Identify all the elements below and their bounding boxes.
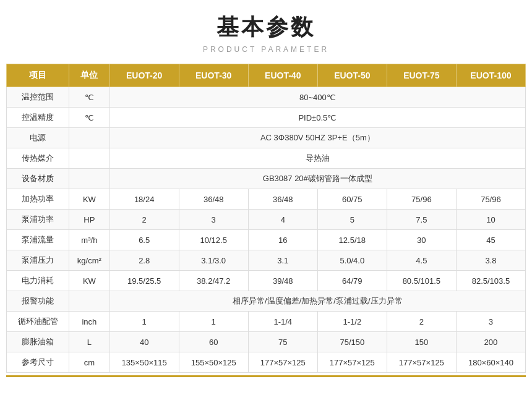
table-row: 膨胀油箱L40607575/150150200: [7, 332, 526, 352]
cell-unit: [69, 148, 110, 169]
cell-unit: inch: [69, 312, 110, 332]
cell-value: 45: [456, 230, 525, 250]
cell-value: 75: [248, 332, 317, 352]
cell-value: 2.8: [109, 250, 179, 271]
cell-span-value: 相序异常/温度偏差/加热异常/泵浦过载/压力异常: [109, 291, 525, 312]
col-header-model-EUOT-20: EUOT-20: [109, 64, 179, 87]
cell-unit: cm: [69, 352, 110, 373]
table-row: 报警功能相序异常/温度偏差/加热异常/泵浦过载/压力异常: [7, 291, 526, 312]
cell-item: 电力消耗: [7, 271, 69, 291]
cell-value: 1-1/2: [317, 312, 387, 332]
cell-value: 200: [456, 332, 525, 352]
cell-item: 温控范围: [7, 87, 69, 108]
cell-value: 3.8: [456, 250, 525, 271]
cell-value: 39/48: [248, 271, 317, 291]
cell-value: 60/75: [317, 189, 387, 210]
table-header-row: 项目单位EUOT-20EUOT-30EUOT-40EUOT-50EUOT-75E…: [7, 64, 526, 87]
cell-value: 10/12.5: [179, 230, 248, 250]
cell-value: 3.1/3.0: [179, 250, 248, 271]
cell-value: 38.2/47.2: [179, 271, 248, 291]
cell-value: 135×50×115: [109, 352, 179, 373]
cell-value: 1: [109, 312, 179, 332]
cell-span-value: 80~400℃: [109, 87, 525, 108]
table-row: 电源AC 3Φ380V 50HZ 3P+E（5m）: [7, 128, 526, 148]
cell-value: 3.1: [248, 250, 317, 271]
cell-value: 36/48: [248, 189, 317, 210]
cell-value: 16: [248, 230, 317, 250]
cell-value: 82.5/103.5: [456, 271, 525, 291]
cell-value: 60: [179, 332, 248, 352]
cell-unit: [69, 169, 110, 189]
table-row: 电力消耗KW19.5/25.538.2/47.239/4864/7980.5/1…: [7, 271, 526, 291]
title-section: 基本参数 PRODUCT PARAMETER: [203, 12, 329, 54]
cell-value: 7.5: [387, 210, 456, 230]
cell-value: 3: [179, 210, 248, 230]
cell-item: 循环油配管: [7, 312, 69, 332]
table-row: 参考尺寸cm135×50×115155×50×125177×57×125177×…: [7, 352, 526, 373]
col-header-model-EUOT-50: EUOT-50: [317, 64, 387, 87]
cell-span-value: PID±0.5℃: [109, 108, 525, 128]
col-header-unit: 单位: [69, 64, 110, 87]
cell-item: 设备材质: [7, 169, 69, 189]
cell-value: 177×57×125: [248, 352, 317, 373]
cell-value: 1-1/4: [248, 312, 317, 332]
cell-value: 10: [456, 210, 525, 230]
table-row: 控温精度℃PID±0.5℃: [7, 108, 526, 128]
col-header-item: 项目: [7, 64, 69, 87]
cell-value: 5.0/4.0: [317, 250, 387, 271]
cell-item: 泵浦压力: [7, 250, 69, 271]
cell-value: 75/150: [317, 332, 387, 352]
table-row: 设备材质GB3087 20#碳钢管路一体成型: [7, 169, 526, 189]
table-row: 加热功率KW18/2436/4836/4860/7575/9675/96: [7, 189, 526, 210]
table-row: 传热媒介导热油: [7, 148, 526, 169]
cell-item: 电源: [7, 128, 69, 148]
cell-value: 80.5/101.5: [387, 271, 456, 291]
cell-item: 泵浦流量: [7, 230, 69, 250]
cell-value: 177×57×125: [387, 352, 456, 373]
cell-value: 4: [248, 210, 317, 230]
cell-value: 75/96: [456, 189, 525, 210]
cell-value: 2: [387, 312, 456, 332]
cell-span-value: 导热油: [109, 148, 525, 169]
cell-value: 2: [109, 210, 179, 230]
cell-item: 报警功能: [7, 291, 69, 312]
cell-unit: [69, 291, 110, 312]
cell-unit: KW: [69, 271, 110, 291]
cell-item: 控温精度: [7, 108, 69, 128]
cell-value: 18/24: [109, 189, 179, 210]
col-header-model-EUOT-75: EUOT-75: [387, 64, 456, 87]
cell-unit: kg/cm²: [69, 250, 110, 271]
title-english: PRODUCT PARAMETER: [203, 45, 329, 54]
cell-unit: m³/h: [69, 230, 110, 250]
cell-unit: ℃: [69, 108, 110, 128]
cell-value: 30: [387, 230, 456, 250]
cell-value: 75/96: [387, 189, 456, 210]
table-wrapper: 项目单位EUOT-20EUOT-30EUOT-40EUOT-50EUOT-75E…: [6, 64, 526, 373]
cell-item: 膨胀油箱: [7, 332, 69, 352]
cell-value: 180×60×140: [456, 352, 525, 373]
table-row: 泵浦功率HP23457.510: [7, 210, 526, 230]
parameter-table: 项目单位EUOT-20EUOT-30EUOT-40EUOT-50EUOT-75E…: [6, 64, 526, 373]
table-row: 温控范围℃80~400℃: [7, 87, 526, 108]
bottom-line: [6, 375, 526, 377]
cell-value: 19.5/25.5: [109, 271, 179, 291]
cell-value: 1: [179, 312, 248, 332]
cell-unit: HP: [69, 210, 110, 230]
table-row: 循环油配管inch111-1/41-1/223: [7, 312, 526, 332]
cell-item: 加热功率: [7, 189, 69, 210]
cell-value: 64/79: [317, 271, 387, 291]
cell-item: 泵浦功率: [7, 210, 69, 230]
cell-value: 4.5: [387, 250, 456, 271]
cell-value: 150: [387, 332, 456, 352]
cell-span-value: GB3087 20#碳钢管路一体成型: [109, 169, 525, 189]
col-header-model-EUOT-40: EUOT-40: [248, 64, 317, 87]
cell-value: 5: [317, 210, 387, 230]
cell-value: 177×57×125: [317, 352, 387, 373]
cell-value: 155×50×125: [179, 352, 248, 373]
cell-value: 36/48: [179, 189, 248, 210]
cell-value: 3: [456, 312, 525, 332]
cell-unit: L: [69, 332, 110, 352]
table-row: 泵浦压力kg/cm²2.83.1/3.03.15.0/4.04.53.8: [7, 250, 526, 271]
cell-value: 40: [109, 332, 179, 352]
cell-unit: ℃: [69, 87, 110, 108]
